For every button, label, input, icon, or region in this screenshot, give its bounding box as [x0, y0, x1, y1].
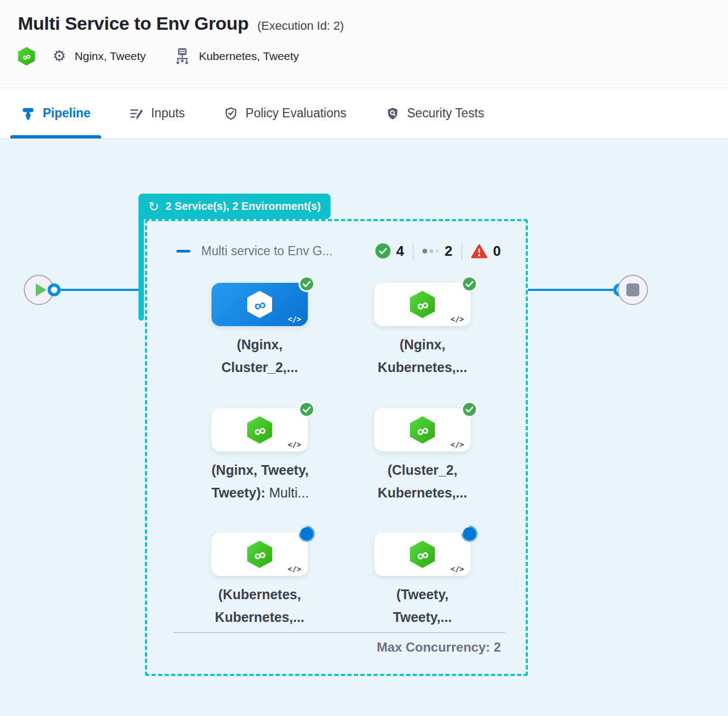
code-icon: </> — [451, 565, 464, 573]
success-count-icon — [375, 243, 391, 258]
pipeline-node-card[interactable]: ∞ </> — [374, 283, 471, 326]
harness-hexagon-icon: ∞ — [247, 416, 272, 443]
stop-icon — [626, 283, 639, 296]
tab-inputs-label: Inputs — [151, 106, 185, 121]
tab-pipeline-label: Pipeline — [43, 106, 90, 121]
security-shield-icon — [386, 107, 400, 121]
harness-hexagon-icon: ∞ — [410, 541, 435, 568]
tab-policy-evaluations-label: Policy Evaluations — [246, 106, 347, 121]
node-status-badge — [458, 522, 481, 545]
matrix-badge[interactable]: ↻ 2 Service(s), 2 Environment(s) — [138, 194, 330, 219]
harness-hexagon-icon: ∞ — [247, 541, 272, 568]
matrix-footer-divider — [173, 632, 505, 633]
harness-logo-icon: ∞ — [18, 47, 35, 65]
tab-bar: Pipeline Inputs Policy Evaluations Secur… — [0, 88, 728, 139]
pipeline-node-card[interactable]: ∞ </> — [211, 533, 308, 576]
node-label: (Kubernetes,Kubernetes,... — [211, 583, 308, 628]
node-status-badge — [295, 522, 318, 545]
edge-line-left — [54, 289, 140, 291]
sync-icon: ↻ — [148, 200, 159, 213]
node-label: (Cluster_2,Kubernetes,... — [374, 459, 471, 504]
pipeline-node: ∞ </> (Nginx,Kubernetes,... — [374, 283, 471, 379]
pipeline-node: ∞ </> (Cluster_2,Kubernetes,... — [374, 408, 471, 504]
count-divider — [461, 242, 462, 260]
pipeline-node: ∞ </> (Kubernetes,Kubernetes,... — [211, 533, 308, 628]
page-header: Multi Service to Env Group (Execution Id… — [0, 0, 728, 88]
node-status-badge — [299, 401, 315, 417]
tab-security-tests-label: Security Tests — [407, 106, 485, 121]
environment-group-icon — [174, 48, 190, 65]
gear-icon: ⚙ — [52, 49, 66, 64]
node-label: (Nginx, Tweety,Tweety): Multi... — [211, 459, 308, 504]
node-status-badge — [461, 401, 478, 417]
pipeline-node: ∞ </> (Tweety,Tweety,... — [374, 533, 471, 628]
node-label: (Nginx,Kubernetes,... — [374, 333, 471, 379]
failed-count-value: 0 — [493, 243, 501, 260]
running-count-icon — [422, 249, 439, 254]
pipeline-node-card[interactable]: ∞ </> — [211, 408, 308, 452]
edge-line-right — [528, 289, 618, 291]
stage-header: Multi service to Env G... 4 2 0 — [176, 242, 501, 260]
pipeline-node-card[interactable]: ∞ </> — [374, 408, 471, 452]
play-icon — [36, 283, 47, 296]
pipeline-node: ∞ </> (Nginx,Cluster_2,... — [211, 283, 308, 379]
stage-status-counts: 4 2 0 — [375, 242, 501, 260]
node-status-badge — [461, 276, 478, 292]
running-count-value: 2 — [445, 243, 452, 260]
harness-hexagon-icon: ∞ — [410, 416, 435, 443]
count-divider — [413, 242, 414, 260]
page-title: Multi Service to Env Group — [18, 13, 249, 34]
tab-policy-evaluations[interactable]: Policy Evaluations — [222, 88, 349, 138]
execution-id: (Execution Id: 2) — [257, 19, 344, 33]
pipeline-node: ∞ </> (Nginx, Tweety,Tweety): Multi... — [211, 408, 308, 504]
policy-shield-icon — [224, 107, 238, 121]
harness-hexagon-icon: ∞ — [410, 291, 435, 318]
failed-count-icon — [471, 244, 487, 258]
tab-pipeline[interactable]: Pipeline — [19, 88, 92, 138]
node-label: (Nginx,Cluster_2,... — [211, 333, 308, 379]
matrix-badge-tail — [138, 209, 144, 321]
pipeline-node-card[interactable]: ∞ </> — [374, 533, 471, 576]
node-status-badge — [299, 276, 315, 292]
edge-connector-left — [48, 283, 61, 296]
success-count-value: 4 — [396, 243, 404, 260]
matrix-badge-label: 2 Service(s), 2 Environment(s) — [166, 200, 321, 213]
code-icon: </> — [451, 315, 464, 323]
pipeline-node-card[interactable]: ∞ </> — [211, 283, 308, 326]
tab-inputs[interactable]: Inputs — [127, 88, 187, 138]
collapse-stage-button[interactable] — [176, 250, 190, 253]
inputs-icon — [129, 107, 143, 121]
code-icon: </> — [288, 315, 301, 323]
node-label: (Tweety,Tweety,... — [374, 583, 471, 628]
pipeline-end-node — [618, 275, 648, 305]
stage-name: Multi service to Env G... — [201, 244, 333, 258]
environments-label: Kubernetes, Tweety — [199, 50, 299, 63]
max-concurrency-label: Max Concurrency: 2 — [377, 640, 501, 655]
code-icon: </> — [288, 440, 301, 449]
tab-security-tests[interactable]: Security Tests — [383, 88, 487, 138]
services-label: Nginx, Tweety — [75, 50, 146, 63]
harness-hexagon-icon: ∞ — [247, 291, 272, 318]
matrix-stage-container: Multi service to Env G... 4 2 0 — [145, 219, 528, 676]
code-icon: </> — [451, 440, 464, 449]
pipeline-canvas: ↻ 2 Service(s), 2 Environment(s) Multi s… — [0, 139, 728, 716]
code-icon: </> — [288, 565, 301, 573]
pipeline-icon — [21, 107, 35, 121]
